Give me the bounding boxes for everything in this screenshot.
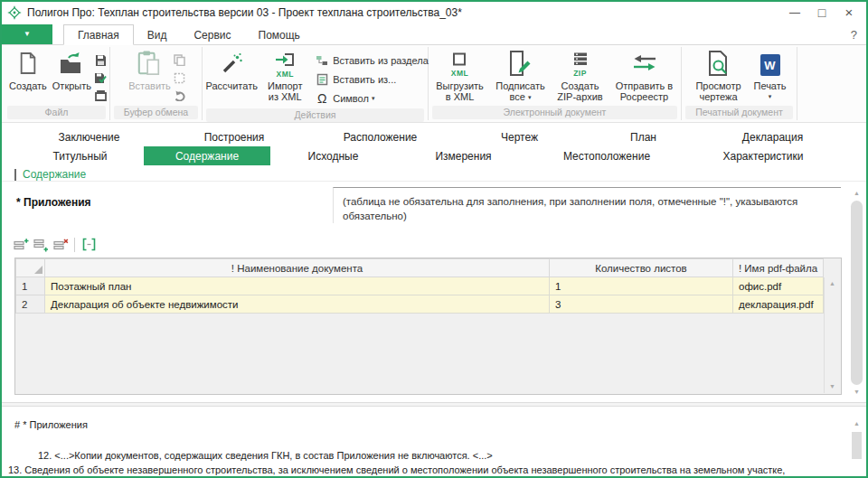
open-folder-icon — [59, 52, 84, 79]
help-panel-paragraph-13: 13. Сведения об объекте незавершенного с… — [8, 464, 785, 475]
breadcrumb-label: Содержание — [23, 168, 86, 181]
tab-deklaratsiya[interactable]: Декларация — [702, 127, 844, 146]
xml-badge: XML — [451, 70, 468, 78]
menu-tab-pomosch[interactable]: Помощь — [245, 25, 314, 44]
row-number-cell[interactable]: 2 — [16, 295, 45, 314]
scrollbar-thumb[interactable] — [852, 432, 862, 459]
menu-tab-servis[interactable]: Сервис — [180, 25, 244, 44]
symbol-button[interactable]: Ω Символ ▾ — [314, 89, 429, 108]
ribbon-group-edoc: XML Выгрузить в XML Подписать все ▾ — [429, 47, 682, 120]
omega-icon: Ω — [314, 92, 330, 105]
tab-chertezh[interactable]: Чертеж — [454, 127, 585, 146]
section-tabs: Заключение Построения Расположение Черте… — [2, 123, 866, 181]
export-xml-button[interactable]: XML Выгрузить в XML — [430, 48, 490, 102]
send-rosreestr-button[interactable]: Отправить в Росреестр — [609, 48, 680, 102]
help-icon[interactable]: ? — [851, 28, 857, 42]
document-name-cell[interactable]: Декларация об объекте недвижимости — [45, 295, 550, 314]
scroll-up-icon[interactable]: ▲ — [825, 277, 840, 290]
menu-tab-vid[interactable]: Вид — [134, 25, 181, 44]
sign-document-icon — [508, 51, 533, 80]
chevron-down-icon: ▾ — [753, 91, 786, 102]
tab-soderzhanie[interactable]: Содержание — [144, 146, 270, 165]
scroll-up-icon[interactable]: ▲ — [850, 417, 863, 430]
tab-raspolozhenie[interactable]: Расположение — [307, 127, 454, 146]
tab-mestopolozhenie[interactable]: Местоположение — [531, 146, 683, 165]
menu-tab-glavnaya[interactable]: Главная — [63, 24, 134, 45]
pdf-name-cell[interactable]: офис.pdf — [733, 277, 824, 295]
ribbon-group-actions: Рассчитать XML Импорт из XML — [203, 47, 429, 120]
app-logo-icon — [7, 5, 22, 20]
create-button[interactable]: Создать — [6, 48, 50, 91]
fit-columns-button[interactable] — [79, 236, 99, 253]
file-menu-button[interactable]: ▼ — [2, 24, 52, 44]
toolbar-separator — [74, 238, 75, 252]
sheet-count-cell[interactable]: 1 — [550, 277, 733, 295]
minimize-icon[interactable]: — — [781, 4, 808, 22]
column-header-sheet-count[interactable]: Количество листов — [550, 259, 733, 277]
zip-badge: ZIP — [573, 70, 587, 78]
help-panel-scrollbar[interactable]: ▲ — [850, 417, 863, 472]
section-tab-row-1: Заключение Построения Расположение Черте… — [16, 127, 844, 146]
save-all-button[interactable] — [94, 87, 107, 105]
open-button[interactable]: Открыть — [50, 48, 94, 91]
pdf-name-cell[interactable]: декларация.pdf — [733, 295, 824, 314]
print-button[interactable]: W Печать▾ — [750, 48, 791, 102]
paste-button[interactable]: Вставить — [126, 48, 174, 91]
tab-titulnyy[interactable]: Титульный — [16, 146, 144, 165]
paste-special-icon[interactable] — [174, 69, 186, 87]
ribbon-group-file-label: Файл — [7, 106, 106, 119]
add-row-button[interactable] — [11, 236, 31, 253]
scroll-up-icon[interactable]: ▲ — [850, 187, 863, 200]
save-check-button[interactable] — [94, 69, 107, 87]
table-corner-sort-icon — [34, 266, 42, 274]
save-button[interactable] — [94, 51, 107, 69]
ribbon: Создать Открыть — [2, 45, 866, 123]
sheet-count-cell[interactable]: 3 — [550, 295, 733, 314]
scrollbar-thumb[interactable] — [851, 201, 863, 385]
copy-icon[interactable] — [174, 51, 186, 69]
preview-magnifier-icon — [707, 51, 731, 80]
add-row-below-button[interactable] — [31, 236, 51, 253]
tab-kharakteristiki[interactable]: Характеристики — [683, 146, 844, 165]
table-scrollbar[interactable]: ▲ ▼ — [824, 277, 840, 393]
preview-drawing-button[interactable]: Просмотр чертежа — [688, 48, 750, 102]
help-panel-title: # * Приложения — [14, 419, 88, 430]
sign-all-button[interactable]: Подписать все ▾ — [490, 48, 552, 103]
insert-from-section-button[interactable]: Вставить из раздела — [314, 51, 429, 70]
undo-icon[interactable] — [174, 87, 186, 105]
main-scrollbar[interactable]: ▲ ▼ — [850, 187, 863, 398]
column-header-pdf-name[interactable]: ! Имя pdf-файла — [733, 259, 824, 277]
calculate-button[interactable]: Рассчитать — [202, 48, 261, 91]
main-content: * Приложения (таблица не обязательна для… — [2, 181, 866, 402]
tab-plan[interactable]: План — [585, 127, 702, 146]
zip-archive-icon — [572, 52, 589, 70]
table-corner-cell[interactable] — [16, 259, 45, 277]
ribbon-group-file: Создать Открыть — [4, 47, 110, 120]
ribbon-group-clipboard: Вставить Буфер обмена — [110, 47, 203, 120]
ribbon-group-pdoc: Просмотр чертежа W Печать▾ Печатный доку… — [682, 47, 797, 120]
window-title: Полигон Про: Техплан строительства верси… — [27, 6, 781, 19]
ribbon-group-pdoc-label: Печатный документ — [685, 106, 793, 119]
scroll-down-icon[interactable]: ▼ — [850, 386, 863, 398]
column-header-document-name[interactable]: ! Наименование документа — [45, 259, 550, 277]
table-row: 1 Поэтажный план 1 офис.pdf — [16, 277, 824, 295]
send-arrows-icon — [631, 53, 658, 77]
new-document-icon — [18, 52, 38, 79]
document-name-cell[interactable]: Поэтажный план — [45, 277, 550, 295]
tab-postroeniya[interactable]: Построения — [162, 127, 307, 146]
tab-izmereniya[interactable]: Измерения — [396, 146, 531, 165]
xml-badge: XML — [276, 70, 293, 79]
tab-iskhodnye[interactable]: Исходные — [270, 146, 396, 165]
insert-from-button[interactable]: Вставить из... — [314, 70, 429, 89]
close-icon[interactable]: × — [835, 4, 863, 22]
delete-row-button[interactable] — [51, 236, 71, 253]
scroll-down-icon[interactable]: ▼ — [825, 380, 840, 393]
maximize-icon[interactable]: □ — [808, 4, 835, 22]
create-zip-button[interactable]: ZIP Создать ZIP-архив — [552, 48, 609, 102]
import-xml-button[interactable]: XML Импорт из XML — [261, 48, 308, 102]
magic-wand-icon — [220, 52, 243, 79]
breadcrumb-bar — [14, 169, 16, 181]
tab-zaklyuchenie[interactable]: Заключение — [16, 127, 162, 146]
attachments-table: ! Наименование документа Количество лист… — [14, 258, 842, 395]
row-number-cell[interactable]: 1 — [16, 277, 45, 295]
